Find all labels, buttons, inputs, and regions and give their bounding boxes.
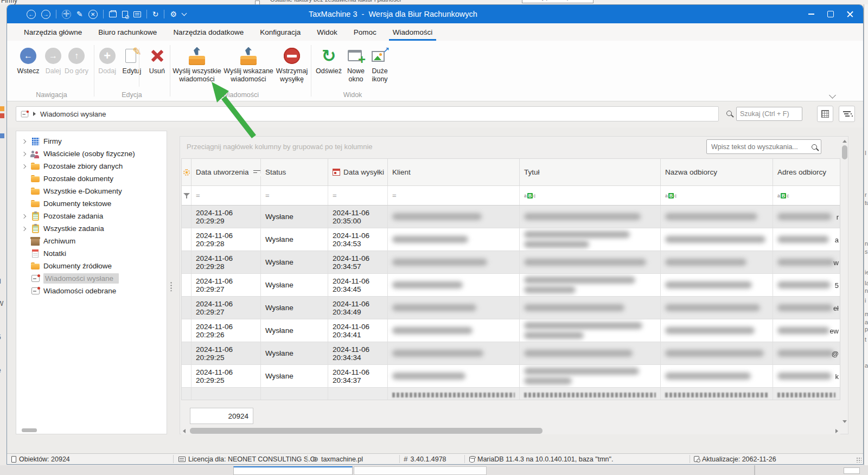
grid-view-button[interactable] xyxy=(817,106,833,122)
table-row[interactable]: 2024-11-06 20:29:27 Wysłane 2024-11-06 2… xyxy=(182,274,840,297)
print-icon[interactable] xyxy=(109,11,117,17)
dodaj-button[interactable]: Dodaj xyxy=(95,45,119,75)
table-row-partial[interactable] xyxy=(182,388,840,400)
tree-item-wszystkie-zadania[interactable]: Wszystkie zadania xyxy=(16,222,167,235)
tree-item-pozostale-zbiory[interactable]: Pozostałe zbiory danych xyxy=(16,160,167,172)
toolbar-more-chevron-icon[interactable] xyxy=(182,11,187,16)
column-header-data-utworzenia[interactable]: Data utworzenia xyxy=(192,159,261,185)
grid-search-box[interactable] xyxy=(706,139,821,154)
tree-item-notatki[interactable]: Notatki xyxy=(16,247,167,260)
new-window-icon xyxy=(347,48,365,64)
dalej-button[interactable]: Dalej xyxy=(42,45,64,75)
scroll-right-icon[interactable] xyxy=(835,429,838,433)
ribbon-collapse-chevron-icon[interactable] xyxy=(829,92,836,99)
odswiez-button[interactable]: Odśwież xyxy=(314,45,344,75)
global-search-input[interactable] xyxy=(736,107,802,121)
group-separator xyxy=(170,45,170,97)
status-website[interactable]: taxmachine.pl xyxy=(312,454,363,464)
scroll-up-icon[interactable] xyxy=(843,140,847,143)
tree-item-archiwum[interactable]: Archiwum xyxy=(16,235,167,247)
scroll-down-icon[interactable] xyxy=(843,420,847,423)
column-header-klient[interactable]: Klient xyxy=(388,159,520,185)
table-row[interactable]: 2024-11-06 20:29:28 Wysłane 2024-11-06 2… xyxy=(182,228,840,251)
filter-cell[interactable]: = xyxy=(192,186,261,205)
column-header-nazwa-odbiorcy[interactable]: Nazwa odbiorcy xyxy=(661,159,773,185)
tab-biuro-rachunkowe[interactable]: Biuro rachunkowe xyxy=(90,23,165,41)
table-row[interactable]: 2024-11-06 20:29:28 Wysłane 2024-11-06 2… xyxy=(182,251,840,274)
edytuj-button[interactable]: Edytuj xyxy=(119,45,144,75)
tab-widok[interactable]: Widok xyxy=(309,23,346,41)
vertical-scrollbar-thumb[interactable] xyxy=(842,145,847,159)
ribbon-tab-bar: Narzędzia główne Biuro rachunkowe Narzęd… xyxy=(7,23,863,41)
tree-item-dokumenty-zrodlowe[interactable]: Dokumenty źródłowe xyxy=(16,260,167,272)
tab-wiadomosci[interactable]: Wiadomości xyxy=(385,23,441,41)
tree-item-wiadomosci-wyslane[interactable]: Wiadomości wysłane xyxy=(16,272,167,285)
wstecz-button[interactable]: Wstecz xyxy=(14,45,42,75)
wstrzymaj-wysylke-button[interactable]: Wstrzymaj wysyłkę xyxy=(274,45,310,84)
expander-icon[interactable] xyxy=(21,227,27,230)
column-header-status[interactable]: Status xyxy=(261,159,328,185)
tab-pomoc[interactable]: Pomoc xyxy=(346,23,385,41)
tab-konfiguracja[interactable]: Konfiguracja xyxy=(252,23,309,41)
tree-item-dokumenty-tekstowe[interactable]: Dokumenty tekstowe xyxy=(16,197,167,210)
tree-item-pozostale-dokumenty[interactable]: Pozostałe dokumenty xyxy=(16,172,167,185)
tree-item-wiadomosci-odebrane[interactable]: Wiadomości odebrane xyxy=(16,285,167,297)
close-button[interactable] xyxy=(840,5,860,23)
filter-cell[interactable]: aBc xyxy=(520,186,661,205)
filter-cell[interactable]: = xyxy=(388,186,520,205)
tree-item-wlasciciele[interactable]: Właściciele (osoby fizyczne) xyxy=(16,147,167,160)
tab-narzedzia-dodatkowe[interactable]: Narzędzia dodatkowe xyxy=(165,23,252,41)
expander-icon[interactable] xyxy=(21,215,27,218)
filter-cell[interactable]: aBc xyxy=(773,186,840,205)
filter-cell[interactable]: = xyxy=(261,186,328,205)
expander-icon[interactable] xyxy=(21,140,27,143)
sort-filter-icon[interactable] xyxy=(253,170,260,175)
horizontal-scrollbar-thumb[interactable] xyxy=(190,428,542,434)
cancel-icon[interactable]: ✕ xyxy=(88,10,98,19)
horizontal-scrollbar[interactable] xyxy=(181,427,840,434)
refresh-icon[interactable]: ↻ xyxy=(152,10,159,18)
back-icon[interactable] xyxy=(27,10,36,19)
panel-splitter-handle[interactable] xyxy=(170,281,173,291)
table-row[interactable]: 2024-11-06 20:29:25 Wysłane 2024-11-06 2… xyxy=(182,365,840,388)
expander-icon[interactable] xyxy=(21,152,27,156)
preview-icon[interactable] xyxy=(122,11,128,18)
filter-cell[interactable]: aBc xyxy=(661,186,773,205)
pdf-icon[interactable] xyxy=(133,11,141,17)
nowe-okno-button[interactable]: Nowe okno xyxy=(344,45,368,84)
tree-item-wszystkie-edokumenty[interactable]: Wszystkie e-Dokumenty xyxy=(16,185,167,197)
expander-icon[interactable] xyxy=(21,165,27,168)
grid-search-input[interactable] xyxy=(707,143,812,151)
tree-item-pozostale-zadania[interactable]: Pozostałe zadania xyxy=(16,210,167,222)
edit-pencil-icon[interactable]: ✎ xyxy=(76,10,83,18)
usun-button[interactable]: Usuń xyxy=(145,45,169,75)
resize-grip[interactable] xyxy=(856,457,861,463)
table-row[interactable]: 2024-11-06 20:29:27 Wysłane 2024-11-06 2… xyxy=(182,297,840,319)
scroll-left-icon[interactable] xyxy=(183,429,186,433)
duze-ikony-button[interactable]: Duże ikony xyxy=(368,45,392,84)
folder-icon xyxy=(30,199,41,209)
forward-icon[interactable] xyxy=(41,10,50,19)
column-header-adres-odbiorcy[interactable]: Adres odbiorcy xyxy=(773,159,840,185)
column-header-data-wysylki[interactable]: Data wysyłki xyxy=(328,159,388,185)
vertical-scrollbar[interactable] xyxy=(841,139,848,425)
minimize-button[interactable] xyxy=(801,5,821,23)
column-header-tytul[interactable]: Tytuł xyxy=(520,159,661,185)
add-icon[interactable] xyxy=(62,10,71,19)
filter-cell[interactable]: = xyxy=(328,186,388,205)
window-title: TaxMachine 3 - Wersja dla Biur Rachunkow… xyxy=(309,5,477,23)
background-fragment: ie xyxy=(865,269,868,275)
tree-item-firmy[interactable]: Firmy xyxy=(16,135,167,147)
gear-icon[interactable]: ⚙ xyxy=(170,10,177,18)
tab-narzedzia-glowne[interactable]: Narzędzia główne xyxy=(16,23,90,41)
wyslij-wszystkie-button[interactable]: Wyślij wszystkie wiadomości xyxy=(171,45,223,84)
table-row[interactable]: 2024-11-06 20:29:29 Wysłane 2024-11-06 2… xyxy=(182,206,840,228)
table-row[interactable]: 2024-11-06 20:29:25 Wysłane 2024-11-06 2… xyxy=(182,342,840,365)
tree-scrollbar-thumb[interactable] xyxy=(22,428,37,432)
maximize-button[interactable] xyxy=(821,5,840,23)
table-row[interactable]: 2024-11-06 20:29:26 Wysłane 2024-11-06 2… xyxy=(182,319,840,342)
wyslij-wskazane-button[interactable]: Wyślij wskazane wiadomości xyxy=(223,45,274,84)
breadcrumb[interactable]: Wiadomości wysłane xyxy=(16,106,719,121)
filter-panel-button[interactable] xyxy=(839,106,855,122)
do-gory-button[interactable]: Do góry xyxy=(64,45,89,75)
